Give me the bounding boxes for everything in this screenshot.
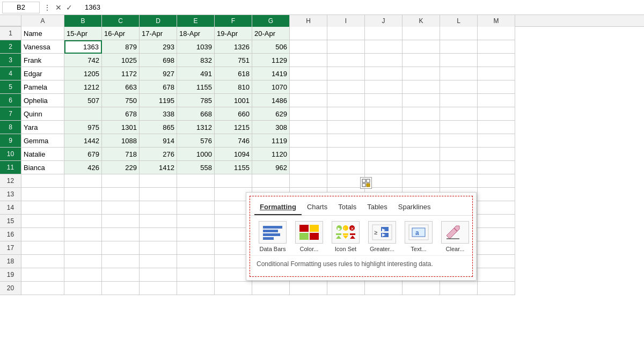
cell-b7[interactable] xyxy=(64,107,102,121)
cell-i1[interactable] xyxy=(327,27,365,40)
cell-d16[interactable] xyxy=(140,228,177,241)
cell-g12[interactable] xyxy=(252,174,290,188)
cell-m7[interactable] xyxy=(478,107,515,121)
cell-b4[interactable]: 1205 xyxy=(64,67,102,80)
cell-f20[interactable] xyxy=(215,282,252,295)
cell-e4[interactable]: 491 xyxy=(177,67,215,80)
tab-formatting[interactable]: Formatting xyxy=(254,200,302,215)
cell-g6[interactable]: 1486 xyxy=(252,94,290,107)
cell-a6[interactable]: Ophelia xyxy=(21,94,64,107)
row-num-8[interactable]: 8 xyxy=(0,121,21,134)
cell-g8[interactable]: 308 xyxy=(252,121,290,134)
cell-k1[interactable] xyxy=(402,27,440,40)
cell-b18[interactable] xyxy=(64,255,102,268)
tab-totals[interactable]: Totals xyxy=(333,200,362,215)
cell-j10[interactable] xyxy=(365,148,402,161)
cell-f2[interactable]: 1326 xyxy=(215,40,252,54)
cell-b20[interactable] xyxy=(64,282,102,295)
cell-l2[interactable] xyxy=(440,40,478,54)
cancel-formula-icon[interactable]: ✕ xyxy=(54,3,63,12)
cell-m6[interactable] xyxy=(478,94,515,107)
col-header-e[interactable]: E xyxy=(177,15,215,27)
cell-m19[interactable] xyxy=(478,268,515,282)
cell-e1[interactable]: 18-Apr xyxy=(177,27,215,40)
cell-d15[interactable] xyxy=(140,215,177,228)
cell-f11[interactable]: 1155 xyxy=(215,161,252,174)
cell-e12[interactable] xyxy=(177,174,215,188)
row-num-10[interactable]: 10 xyxy=(0,148,21,161)
cell-i8[interactable] xyxy=(327,121,365,134)
col-header-l[interactable]: L xyxy=(440,15,478,27)
cell-d10[interactable]: 276 xyxy=(140,148,177,161)
cell-i7[interactable] xyxy=(327,107,365,121)
cell-c12[interactable] xyxy=(102,174,140,188)
cell-e20[interactable] xyxy=(177,282,215,295)
cell-d6[interactable]: 1195 xyxy=(140,94,177,107)
cell-d3[interactable]: 698 xyxy=(140,54,177,67)
cell-b6[interactable]: 507 xyxy=(64,94,102,107)
cell-a7[interactable]: Quinn xyxy=(21,107,64,121)
cell-b11[interactable]: 426 xyxy=(64,161,102,174)
cell-d12[interactable] xyxy=(140,174,177,188)
cell-c10[interactable]: 718 xyxy=(102,148,140,161)
cell-m15[interactable] xyxy=(478,215,515,228)
cell-b2[interactable]: 1363 xyxy=(64,40,102,54)
cell-c1[interactable]: 16-Apr xyxy=(102,27,140,40)
cell-b14[interactable] xyxy=(64,201,102,215)
row-num-14[interactable]: 14 xyxy=(0,201,21,215)
cell-c18[interactable] xyxy=(102,255,140,268)
cell-b17[interactable] xyxy=(64,241,102,255)
cell-l9[interactable] xyxy=(440,134,478,148)
cell-a20[interactable] xyxy=(21,282,64,295)
cell-b8[interactable]: 975 xyxy=(64,121,102,134)
cell-k5[interactable] xyxy=(402,80,440,94)
cell-a11[interactable]: Bianca xyxy=(21,161,64,174)
cell-l10[interactable] xyxy=(440,148,478,161)
cell-c5[interactable]: 663 xyxy=(102,80,140,94)
qa-icon-icon-set[interactable]: ▶ ! ✕ Icon Set xyxy=(330,221,362,252)
cell-e6[interactable]: 785 xyxy=(177,94,215,107)
cell-i4[interactable] xyxy=(327,67,365,80)
cell-g2[interactable]: 506 xyxy=(252,40,290,54)
cell-f6[interactable]: 1001 xyxy=(215,94,252,107)
cell-a18[interactable] xyxy=(21,255,64,268)
cell-d18[interactable] xyxy=(140,255,177,268)
row-num-16[interactable]: 16 xyxy=(0,228,21,241)
cell-c2[interactable]: 879 xyxy=(102,40,140,54)
cell-e18[interactable] xyxy=(177,255,215,268)
cell-k4[interactable] xyxy=(402,67,440,80)
cell-e17[interactable] xyxy=(177,241,215,255)
cell-a2[interactable]: Vanessa xyxy=(21,40,64,54)
cell-f8[interactable]: 1215 xyxy=(215,121,252,134)
cell-a5[interactable]: Pamela xyxy=(21,80,64,94)
cell-l4[interactable] xyxy=(440,67,478,80)
cell-d1[interactable]: 17-Apr xyxy=(140,27,177,40)
cell-b5[interactable]: 1212 xyxy=(64,80,102,94)
cell-b9[interactable]: 1442 xyxy=(64,134,102,148)
cell-l11[interactable] xyxy=(440,161,478,174)
cell-g1[interactable]: 20-Apr xyxy=(252,27,290,40)
cell-f9[interactable]: 746 xyxy=(215,134,252,148)
cell-c3[interactable]: 1025 xyxy=(102,54,140,67)
cell-e16[interactable] xyxy=(177,228,215,241)
cell-i3[interactable] xyxy=(327,54,365,67)
cell-b19[interactable] xyxy=(64,268,102,282)
col-header-d[interactable]: D xyxy=(140,15,177,27)
cell-m16[interactable] xyxy=(478,228,515,241)
row-num-13[interactable]: 13 xyxy=(0,188,21,201)
cell-g11[interactable]: 962 xyxy=(252,161,290,174)
cell-c7[interactable]: 678 xyxy=(102,107,140,121)
cell-a17[interactable] xyxy=(21,241,64,255)
cell-d5[interactable]: 678 xyxy=(140,80,177,94)
cell-c9[interactable]: 1088 xyxy=(102,134,140,148)
row-num-12[interactable]: 12 xyxy=(0,174,21,188)
cell-h9[interactable] xyxy=(290,134,327,148)
row-num-20[interactable]: 20 xyxy=(0,282,21,295)
cell-c20[interactable] xyxy=(102,282,140,295)
cell-b10[interactable]: 679 xyxy=(64,148,102,161)
cell-k12[interactable] xyxy=(402,174,440,188)
qa-icon-greater[interactable]: ≥ ▶ ▶ Greater... xyxy=(366,221,398,252)
cell-e19[interactable] xyxy=(177,268,215,282)
cell-f4[interactable]: 618 xyxy=(215,67,252,80)
cell-h8[interactable] xyxy=(290,121,327,134)
